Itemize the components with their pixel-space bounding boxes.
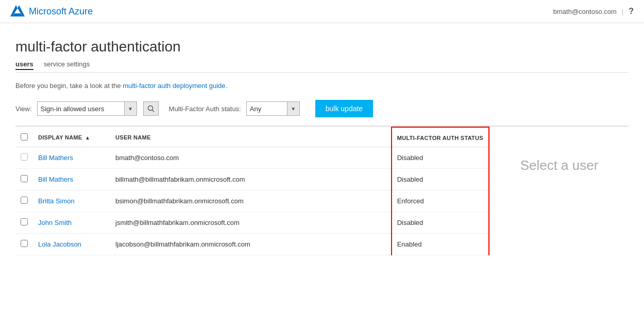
user-name-link[interactable]: John Smith [38,219,72,226]
table-row: Britta Simon bsimon@billmathfabrikam.onm… [15,190,489,212]
filter-bar: View: Sign-in allowed users ▼ Multi-Fact… [15,100,629,117]
tab-service-settings[interactable]: service settings [44,59,90,70]
th-checkbox [15,127,33,147]
table-row: Bill Mathers bmath@contoso.com Disabled [15,147,489,169]
table-row: John Smith jsmith@billmathfabrikam.onmic… [15,212,489,234]
header-logo: Microsoft Azure [10,4,93,19]
row-display-name: Lola Jacobson [33,234,110,255]
info-text: Before you begin, take a look at the mul… [15,82,629,90]
svg-line-4 [152,110,154,112]
row-checkbox-cell [15,234,33,255]
th-display-name: DISPLAY NAME ▲ [33,127,110,147]
th-mfa-status: MULTI-FACTOR AUTH STATUS [392,127,489,147]
row-checkbox[interactable] [21,175,28,182]
row-user-name: bmath@contoso.com [110,147,392,169]
select-user-panel: Select a user [489,127,629,255]
row-checkbox[interactable] [21,218,28,225]
view-select-wrap: Sign-in allowed users ▼ [37,101,137,116]
view-label: View: [15,105,32,113]
mfa-status-select[interactable]: Any [246,101,287,116]
select-user-text: Select a user [520,157,599,173]
search-button[interactable] [143,101,159,116]
user-name-link[interactable]: Bill Mathers [38,154,73,162]
mfa-status-select-arrow[interactable]: ▼ [287,101,300,116]
user-name-link[interactable]: Britta Simon [38,197,75,205]
select-all-checkbox[interactable] [21,133,28,141]
row-mfa-status: Disabled [392,212,489,234]
row-display-name: Bill Mathers [33,147,110,169]
tabs-bar: users service settings [15,59,629,73]
row-mfa-status: Enforced [392,190,489,212]
view-select-arrow[interactable]: ▼ [125,101,137,116]
tab-users[interactable]: users [15,59,33,70]
deployment-guide-link[interactable]: multi-factor auth deployment guide. [123,82,227,90]
row-checkbox[interactable] [21,240,28,247]
row-checkbox[interactable] [21,197,28,204]
bulk-update-button[interactable]: bulk update [315,100,373,117]
header-divider: | [622,8,623,15]
view-select[interactable]: Sign-in allowed users [37,101,125,116]
row-mfa-status: Disabled [392,169,489,190]
row-checkbox-cell [15,147,33,169]
table-row: Lola Jacobson ljacobson@billmathfabrikam… [15,234,489,255]
help-icon[interactable]: ? [629,7,634,16]
row-user-name: jsmith@billmathfabrikam.onmicrosoft.com [110,212,392,234]
azure-header-title: Microsoft Azure [29,6,93,17]
th-user-name: USER NAME [110,127,392,147]
mfa-status-select-wrap: Any ▼ [246,101,300,116]
user-name-link[interactable]: Lola Jacobson [38,240,81,248]
header: Microsoft Azure bmath@contoso.com | ? [0,0,644,23]
svg-point-3 [148,106,152,111]
page-title: multi-factor authentication [15,39,629,55]
header-right: bmath@contoso.com | ? [553,7,634,16]
table-container: DISPLAY NAME ▲ USER NAME MULTI-FACTOR AU… [15,126,629,255]
mfa-status-label: Multi-Factor Auth status: [169,105,241,113]
row-user-name: ljacobson@billmathfabrikam.onmicrosoft.c… [110,234,392,255]
row-mfa-status: Disabled [392,147,489,169]
row-checkbox[interactable] [21,153,28,161]
search-icon [147,105,155,112]
users-table: DISPLAY NAME ▲ USER NAME MULTI-FACTOR AU… [15,127,489,255]
row-display-name: Britta Simon [33,190,110,212]
main-content: multi-factor authentication users servic… [0,23,644,266]
row-checkbox-cell [15,212,33,234]
row-user-name: bsimon@billmathfabrikam.onmicrosoft.com [110,190,392,212]
row-display-name: John Smith [33,212,110,234]
row-user-name: billmath@billmathfabrikam.onmicrosoft.co… [110,169,392,190]
sort-arrow-icon: ▲ [85,135,90,141]
azure-logo-icon [10,4,25,19]
row-mfa-status: Enabled [392,234,489,255]
row-checkbox-cell [15,190,33,212]
row-checkbox-cell [15,169,33,190]
user-email: bmath@contoso.com [553,8,617,15]
row-display-name: Bill Mathers [33,169,110,190]
table-row: Bill Mathers billmath@billmathfabrikam.o… [15,169,489,190]
user-name-link[interactable]: Bill Mathers [38,176,73,183]
